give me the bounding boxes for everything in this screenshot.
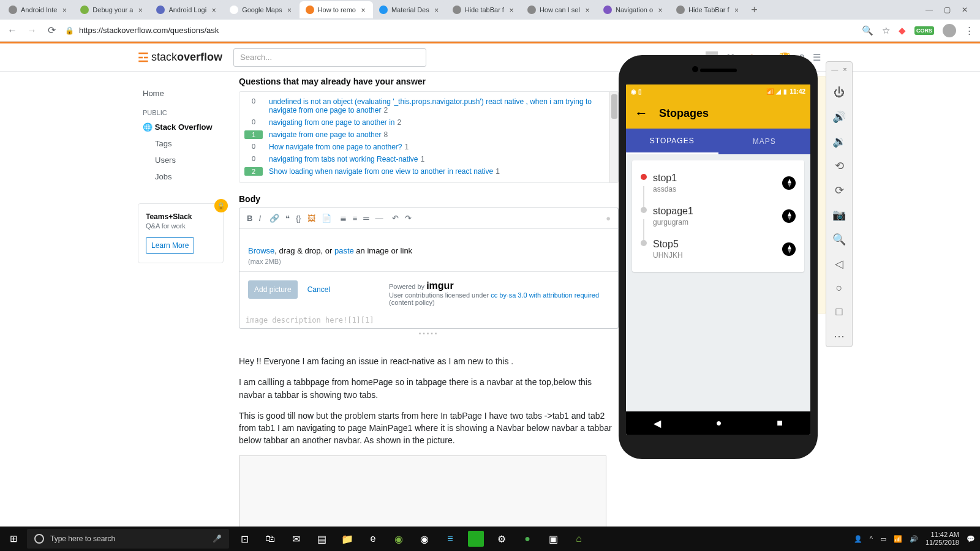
sidebar-tags[interactable]: Tags — [138, 135, 239, 152]
nav-back-icon[interactable]: ◀ — [654, 418, 661, 429]
chrome-icon[interactable]: ◉ — [417, 531, 432, 547]
task-view-icon[interactable]: ⊡ — [236, 531, 252, 547]
suggestion-link[interactable]: How navigate from one page to another? — [269, 143, 402, 151]
compass-icon[interactable] — [782, 209, 796, 223]
suggestion-link[interactable]: undefined is not an object (evaluating '… — [269, 97, 592, 114]
vscode-icon[interactable]: ≡ — [442, 531, 458, 547]
close-icon[interactable]: × — [210, 6, 217, 13]
nav-recent-icon[interactable]: ■ — [777, 418, 783, 429]
rotate-left-icon[interactable]: ⟲ — [835, 159, 844, 173]
bookmark-icon[interactable]: ☆ — [882, 25, 890, 36]
code-icon[interactable]: {} — [296, 214, 301, 223]
scrollbar-thumb[interactable] — [611, 94, 617, 119]
close-icon[interactable]: × — [286, 6, 293, 13]
edge-icon[interactable]: e — [365, 531, 381, 547]
suggestion-link[interactable]: navigating from tabs not working React-n… — [269, 155, 418, 163]
undo-icon[interactable]: ↶ — [392, 214, 399, 223]
ol-icon[interactable]: ≣ — [340, 214, 347, 223]
close-window-icon[interactable]: ✕ — [962, 6, 968, 14]
rotate-right-icon[interactable]: ⟳ — [835, 184, 844, 197]
screenshot-icon[interactable]: 📷 — [832, 208, 846, 222]
notifications-icon[interactable]: 💬 — [967, 535, 975, 543]
back-arrow-icon[interactable]: ← — [635, 105, 648, 121]
battery-tray-icon[interactable]: ▭ — [880, 535, 886, 543]
so-logo[interactable]: ☲ stackoverflow — [138, 50, 222, 65]
heading-icon[interactable]: ═ — [363, 214, 369, 223]
suggestion-row[interactable]: 0undefined is not an object (evaluating … — [244, 96, 605, 116]
menu-icon[interactable]: ⋮ — [965, 25, 974, 36]
terminal-icon[interactable]: ▣ — [545, 531, 561, 547]
browser-tab[interactable]: Debug your a× — [74, 1, 150, 18]
more-icon[interactable]: ⋯ — [834, 329, 845, 343]
close-icon[interactable]: × — [733, 6, 741, 13]
suggestion-link[interactable]: Show loading when navigate from one view… — [269, 167, 493, 176]
minimize-icon[interactable]: — — [925, 6, 933, 14]
paste-link[interactable]: paste — [334, 246, 354, 255]
learn-more-button[interactable]: Learn More — [146, 237, 194, 254]
avd-icon[interactable]: ⌂ — [571, 531, 587, 547]
suggestion-link[interactable]: navigating from one page to another in — [269, 118, 394, 127]
android-studio-icon[interactable]: ◉ — [391, 531, 407, 547]
sidebar-users[interactable]: Users — [138, 152, 239, 168]
tab-stopages[interactable]: STOPAGES — [626, 129, 718, 154]
home-key-icon[interactable]: ○ — [836, 282, 843, 294]
suggestion-row[interactable]: 1navigate from one page to another8 — [244, 129, 605, 141]
power-icon[interactable]: ⏻ — [834, 86, 845, 99]
app-icon[interactable]: ● — [519, 531, 535, 547]
store-icon[interactable]: 🛍 — [262, 531, 278, 547]
suggestion-row[interactable]: 0How navigate from one page to another?1 — [244, 141, 605, 153]
start-button[interactable]: ⊞ — [0, 533, 27, 544]
volume-down-icon[interactable]: 🔉 — [832, 135, 846, 148]
image-icon[interactable]: 🖼 — [307, 214, 315, 223]
overview-key-icon[interactable]: □ — [836, 305, 843, 318]
volume-up-icon[interactable]: 🔊 — [832, 110, 846, 124]
explorer-icon[interactable]: 📁 — [339, 531, 355, 547]
italic-icon[interactable]: I — [258, 214, 261, 223]
nav-home-icon[interactable]: ● — [716, 418, 722, 429]
back-key-icon[interactable]: ◁ — [835, 257, 843, 271]
suggestions-list[interactable]: 0undefined is not an object (evaluating … — [239, 92, 609, 182]
compass-icon[interactable] — [782, 176, 796, 190]
browse-link[interactable]: Browse — [248, 246, 274, 255]
close-icon[interactable]: × — [433, 6, 440, 13]
tab-maps[interactable]: MAPS — [718, 129, 811, 154]
clock[interactable]: 11:42 AM 11/25/2018 — [925, 531, 959, 547]
close-icon[interactable]: × — [657, 6, 664, 13]
scrollbar[interactable] — [609, 92, 618, 182]
mic-icon[interactable]: 🎤 — [213, 534, 222, 543]
close-icon[interactable]: × — [584, 6, 591, 13]
stop-list[interactable]: stop1assdasstopage1gurgugramStop5UHNJKH — [626, 154, 810, 411]
stop-item[interactable]: Stop5UHNJKH — [632, 233, 804, 266]
hr-icon[interactable]: — — [375, 214, 383, 223]
people-icon[interactable]: 👤 — [854, 535, 862, 543]
browser-tab[interactable]: Google Maps× — [224, 1, 299, 18]
stop-item[interactable]: stopage1gurgugram — [632, 200, 804, 233]
browser-tab[interactable]: Navigation o× — [597, 1, 670, 18]
close-icon[interactable]: × — [360, 6, 367, 13]
hamburger-icon[interactable]: ☰ — [813, 52, 821, 63]
compass-icon[interactable] — [782, 242, 796, 256]
forward-icon[interactable]: → — [26, 25, 38, 36]
add-picture-button[interactable]: Add picture — [248, 280, 298, 299]
tray-chevron-icon[interactable]: ^ — [870, 535, 873, 542]
taskbar-search[interactable]: Type here to search 🎤 — [27, 529, 229, 549]
settings-icon[interactable]: ⚙ — [494, 531, 510, 547]
zoom-icon[interactable]: 🔍 — [862, 25, 873, 36]
extension-icon[interactable]: ◆ — [899, 25, 906, 36]
suggestion-link[interactable]: navigate from one page to another — [269, 130, 381, 139]
zoom-icon[interactable]: 🔍 — [832, 233, 846, 246]
url-bar[interactable]: 🔒 https://stackoverflow.com/questions/as… — [65, 26, 854, 35]
volume-tray-icon[interactable]: 🔊 — [910, 535, 918, 543]
app-icon[interactable]: ▤ — [314, 531, 330, 547]
browser-tab[interactable]: How can I sel× — [521, 1, 597, 18]
browser-tab-active[interactable]: How to remo× — [300, 1, 373, 18]
profile-avatar-icon[interactable] — [943, 24, 956, 37]
license-link[interactable]: cc by-sa 3.0 with attribution required — [491, 291, 599, 299]
cors-badge[interactable]: CORS — [914, 26, 934, 35]
search-input[interactable]: Search... — [233, 48, 426, 67]
sidebar-jobs[interactable]: Jobs — [138, 168, 239, 185]
sidebar-home[interactable]: Home — [138, 85, 239, 102]
suggestion-row[interactable]: 2Show loading when navigate from one vie… — [244, 165, 605, 178]
browser-tab[interactable]: Hide TabBar f× — [670, 1, 746, 18]
browser-tab[interactable]: Android Inte× — [2, 1, 74, 18]
